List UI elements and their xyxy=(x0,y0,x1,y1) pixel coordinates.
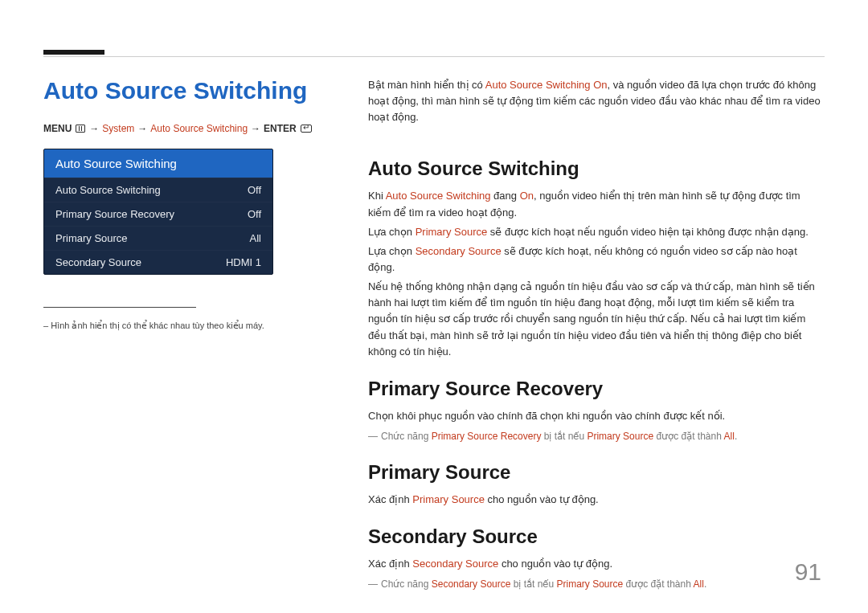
paragraph: Xác định Primary Source cho nguồn vào tự… xyxy=(368,492,825,508)
section-heading: Primary Source Recovery xyxy=(368,378,825,400)
text: bị tắt nếu xyxy=(541,431,587,442)
footnote-rule xyxy=(43,307,196,308)
paragraph: Lựa chọn Primary Source sẽ được kích hoạ… xyxy=(368,224,825,240)
menu-row-label: Primary Source Recovery xyxy=(55,208,174,220)
menu-row-label: Primary Source xyxy=(55,232,128,244)
page-title: Auto Source Switching xyxy=(43,77,325,105)
arrow-icon: → xyxy=(89,123,99,134)
menu-row: Auto Source Switching Off xyxy=(44,178,272,202)
paragraph: Khi Auto Source Switching đang On, nguồn… xyxy=(368,188,825,220)
page-number: 91 xyxy=(795,558,821,586)
path-system: System xyxy=(102,123,134,134)
menu-row-value: HDMI 1 xyxy=(226,256,261,268)
highlight: Primary Source xyxy=(556,578,623,590)
path-item: Auto Source Switching xyxy=(150,123,248,134)
text: sẽ được kích hoạt nếu nguồn video hiện t… xyxy=(487,226,809,238)
menu-preview-header: Auto Source Switching xyxy=(44,149,272,178)
arrow-icon: → xyxy=(251,123,260,134)
text: Xác định xyxy=(368,493,412,505)
text: Xác định xyxy=(368,558,412,570)
text: . xyxy=(735,431,737,442)
highlight: Auto Source Switching xyxy=(386,190,491,202)
highlight: Secondary Source xyxy=(412,558,498,570)
content-columns: Auto Source Switching MENU → System → Au… xyxy=(43,0,825,591)
highlight: All xyxy=(724,431,735,442)
highlight: Auto Source Switching On xyxy=(485,79,608,91)
highlight: Primary Source Recovery xyxy=(432,431,542,442)
right-column: Bật màn hình hiển thị có Auto Source Swi… xyxy=(368,77,825,591)
highlight: Secondary Source xyxy=(432,578,511,590)
dash-icon: – xyxy=(43,321,48,330)
footnote: – Hình ảnh hiển thị có thể khác nhau tùy… xyxy=(43,319,325,333)
section-heading: Primary Source xyxy=(368,461,825,484)
text: Lựa chọn xyxy=(368,245,416,257)
text: đang xyxy=(490,190,519,202)
highlight: Primary Source xyxy=(416,226,488,238)
left-column: Auto Source Switching MENU → System → Au… xyxy=(43,77,325,591)
menu-row-label: Auto Source Switching xyxy=(55,184,161,196)
text: Chức năng xyxy=(381,431,432,442)
menu-path: MENU → System → Auto Source Switching → … xyxy=(43,123,325,134)
menu-row-value: Off xyxy=(248,208,261,220)
text: Chức năng xyxy=(381,578,432,590)
menu-row: Secondary Source HDMI 1 xyxy=(44,250,272,274)
text: Bật màn hình hiển thị có xyxy=(368,79,485,91)
enter-icon xyxy=(301,125,312,133)
highlight: Secondary Source xyxy=(416,245,502,257)
text: cho nguồn vào tự động. xyxy=(485,493,599,505)
menu-row-value: Off xyxy=(248,184,261,196)
menu-row-value: All xyxy=(250,232,261,244)
enter-label: ENTER xyxy=(264,123,297,134)
note: Chức năng Primary Source Recovery bị tắt… xyxy=(368,429,825,443)
paragraph: Chọn khôi phục nguồn vào chính đã chọn k… xyxy=(368,408,825,424)
intro-paragraph: Bật màn hình hiển thị có Auto Source Swi… xyxy=(368,77,825,125)
menu-row: Primary Source Recovery Off xyxy=(44,202,272,226)
menu-preview: Auto Source Switching Auto Source Switch… xyxy=(43,149,273,275)
text: . xyxy=(704,578,706,590)
menu-label: MENU xyxy=(43,123,72,134)
text: Khi xyxy=(368,190,386,202)
highlight: On xyxy=(520,190,534,202)
footnote-text: Hình ảnh hiển thị có thể khác nhau tùy t… xyxy=(51,321,264,330)
menu-row: Primary Source All xyxy=(44,226,272,250)
text: cho nguồn vào tự động. xyxy=(498,558,612,570)
section-heading: Secondary Source xyxy=(368,525,825,548)
section-heading: Auto Source Switching xyxy=(368,157,825,180)
manual-page: Auto Source Switching MENU → System → Au… xyxy=(0,0,868,613)
menu-icon xyxy=(76,125,85,133)
text: bị tắt nếu xyxy=(510,578,556,590)
paragraph: Lựa chọn Secondary Source sẽ được kích h… xyxy=(368,243,825,276)
text: được đặt thành xyxy=(623,578,693,590)
arrow-icon: → xyxy=(137,123,147,134)
highlight: Primary Source xyxy=(587,431,653,442)
paragraph: Xác định Secondary Source cho nguồn vào … xyxy=(368,556,825,572)
paragraph: Nếu hệ thống không nhận dạng cả nguồn tí… xyxy=(368,279,825,360)
highlight: Primary Source xyxy=(412,493,485,505)
menu-row-label: Secondary Source xyxy=(55,256,141,268)
text: Lựa chọn xyxy=(368,226,416,238)
text: được đặt thành xyxy=(653,431,723,442)
highlight: All xyxy=(694,578,704,590)
note: Chức năng Secondary Source bị tắt nếu Pr… xyxy=(368,577,825,591)
